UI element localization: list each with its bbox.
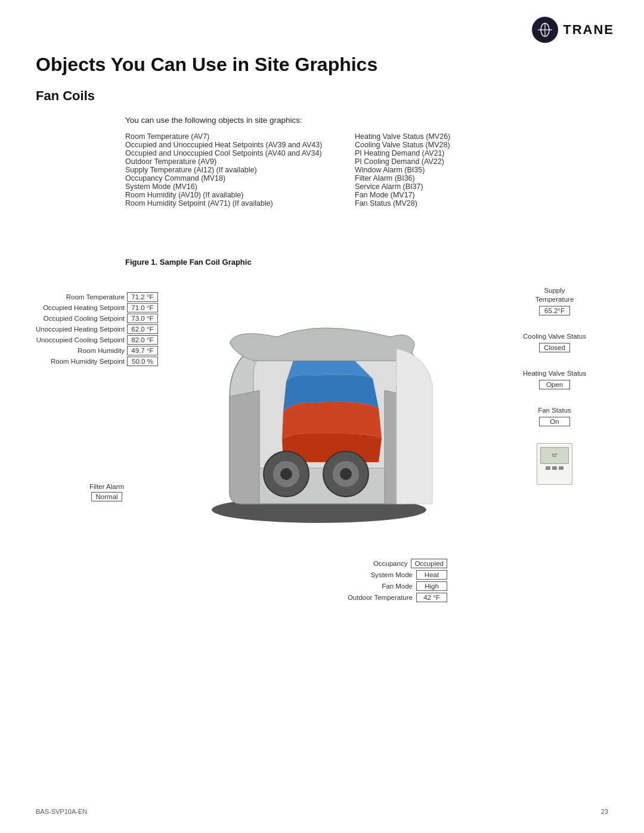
right-col: SupplyTemperature 65.2°F Cooling Valve S… — [501, 286, 608, 485]
figure-caption: Figure 1. Sample Fan Coil Graphic — [125, 258, 252, 267]
humidity-value: 49.7 °F — [127, 346, 158, 355]
obj-right-5: Filter Alarm (BI36) — [355, 174, 572, 182]
fan-mode-label: Fan Mode — [382, 583, 413, 590]
obj-left-5: Occupancy Command (MV18) — [125, 174, 343, 182]
bottom-outdoor-temp: Outdoor Temperature 42 °F — [221, 593, 447, 602]
logo-area: TRANE — [532, 17, 614, 43]
occupancy-label: Occupancy — [373, 560, 408, 567]
obj-left-3: Outdoor Temperature (AV9) — [125, 157, 343, 166]
bottom-labels: Occupancy Occupied System Mode Heat Fan … — [221, 559, 447, 602]
filter-alarm-label: Filter Alarm — [89, 483, 124, 490]
humidity-sp-label: Room Humidity Setpoint — [51, 358, 125, 365]
occ-cool-label: Occupied Cooling Setpoint — [44, 315, 125, 322]
obj-left-2: Occupied and Unoccupied Cool Setpoints (… — [125, 149, 343, 157]
logo-icon — [532, 17, 558, 43]
humidity-label: Room Humidity — [78, 347, 125, 354]
supply-temp-group: SupplyTemperature 65.2°F — [501, 286, 608, 315]
thermostat-display: 72° — [552, 453, 558, 457]
obj-left-6: System Mode (MV16) — [125, 182, 343, 191]
obj-left-4: Supply Temperature (AI12) (If available) — [125, 166, 343, 174]
occ-heat-label: Occupied Heating Setpoint — [43, 304, 125, 311]
objects-right-col: Heating Valve Status (MV26) Cooling Valv… — [355, 132, 572, 208]
room-temp-value: 71.2 °F — [127, 292, 158, 302]
left-labels: Room Temperature 71.2 °F Occupied Heatin… — [36, 292, 158, 366]
heating-valve-group: Heating Valve Status Open — [501, 369, 608, 389]
label-unocc-heat: Unoccupied Heating Setpoint 62.0 °F — [36, 324, 158, 334]
obj-left-7: Room Humidity (AV10) (If available) — [125, 191, 343, 199]
occupancy-value: Occupied — [411, 559, 447, 568]
obj-left-1: Occupied and Unoccupied Heat Setpoints (… — [125, 141, 343, 149]
obj-right-2: PI Heating Demand (AV21) — [355, 149, 572, 157]
unocc-cool-value: 82.0 °F — [127, 335, 158, 345]
t-btn-1 — [546, 466, 550, 470]
obj-right-8: Fan Status (MV28) — [355, 199, 572, 208]
humidity-sp-value: 50.0 % — [127, 357, 158, 366]
thermostat-buttons — [546, 466, 564, 470]
occ-cool-value: 73.0 °F — [127, 314, 158, 323]
unocc-heat-value: 62.0 °F — [127, 324, 158, 334]
diagram-area: Room Temperature 71.2 °F Occupied Heatin… — [36, 280, 608, 614]
label-unocc-cool: Unoccupied Cooling Setpoint 82.0 °F — [36, 335, 158, 345]
label-humidity-sp: Room Humidity Setpoint 50.0 % — [36, 357, 158, 366]
footer-doc-id: BAS-SVP10A-EN — [36, 808, 87, 815]
system-mode-value: Heat — [416, 570, 447, 580]
fan-status-group: Fan Status On — [501, 406, 608, 426]
fan-status-value: On — [539, 417, 570, 426]
bottom-occupancy: Occupancy Occupied — [221, 559, 447, 568]
cooling-valve-value: Closed — [539, 343, 570, 352]
filter-alarm: Filter Alarm Normal — [89, 483, 124, 501]
outdoor-temp-value: 42 °F — [416, 593, 447, 602]
svg-point-10 — [340, 468, 352, 480]
t-btn-2 — [552, 466, 557, 470]
thermostat-group: 72° — [501, 443, 608, 485]
label-humidity: Room Humidity 49.7 °F — [36, 346, 158, 355]
system-mode-label: System Mode — [371, 571, 413, 578]
bottom-system-mode: System Mode Heat — [221, 570, 447, 580]
svg-point-7 — [280, 468, 292, 480]
unocc-cool-label: Unoccupied Cooling Setpoint — [36, 336, 125, 343]
heating-valve-value: Open — [539, 380, 570, 389]
objects-list: Room Temperature (AV7) Occupied and Unoc… — [125, 132, 572, 208]
thermostat-screen: 72° — [540, 447, 569, 464]
occ-heat-value: 71.0 °F — [127, 303, 158, 312]
obj-right-3: PI Cooling Demand (AV22) — [355, 157, 572, 166]
footer: BAS-SVP10A-EN 23 — [36, 808, 608, 815]
obj-left-0: Room Temperature (AV7) — [125, 132, 343, 141]
objects-left-col: Room Temperature (AV7) Occupied and Unoc… — [125, 132, 343, 208]
supply-temp-label: SupplyTemperature — [535, 286, 574, 304]
obj-left-8: Room Humidity Setpoint (AV71) (If availa… — [125, 199, 343, 208]
obj-right-4: Window Alarm (BI35) — [355, 166, 572, 174]
supply-temp-value: 65.2°F — [539, 306, 570, 315]
intro-text: You can use the following objects in sit… — [125, 116, 302, 125]
heating-valve-label: Heating Valve Status — [523, 369, 587, 378]
obj-right-7: Fan Mode (MV17) — [355, 191, 572, 199]
cooling-valve-group: Cooling Valve Status Closed — [501, 332, 608, 352]
label-occ-cool: Occupied Cooling Setpoint 73.0 °F — [36, 314, 158, 323]
page-title: Objects You Can Use in Site Graphics — [36, 54, 377, 76]
obj-right-6: Service Alarm (BI37) — [355, 182, 572, 191]
t-btn-3 — [559, 466, 564, 470]
thermostat-widget: 72° — [537, 443, 572, 485]
room-temp-label: Room Temperature — [66, 293, 125, 301]
label-room-temp: Room Temperature 71.2 °F — [36, 292, 158, 302]
outdoor-temp-label: Outdoor Temperature — [348, 594, 413, 601]
unocc-heat-label: Unoccupied Heating Setpoint — [36, 326, 125, 333]
obj-right-1: Cooling Valve Status (MV28) — [355, 141, 572, 149]
bottom-fan-mode: Fan Mode High — [221, 581, 447, 591]
brand-name: TRANE — [563, 22, 614, 38]
fan-mode-value: High — [416, 581, 447, 591]
section-title: Fan Coils — [36, 88, 95, 104]
obj-right-0: Heating Valve Status (MV26) — [355, 132, 572, 141]
footer-page-num: 23 — [601, 808, 608, 815]
fan-coil-image — [191, 280, 447, 537]
cooling-valve-label: Cooling Valve Status — [523, 332, 586, 341]
fan-status-label: Fan Status — [538, 406, 571, 415]
label-occ-heat: Occupied Heating Setpoint 71.0 °F — [36, 303, 158, 312]
filter-alarm-value: Normal — [91, 492, 122, 501]
